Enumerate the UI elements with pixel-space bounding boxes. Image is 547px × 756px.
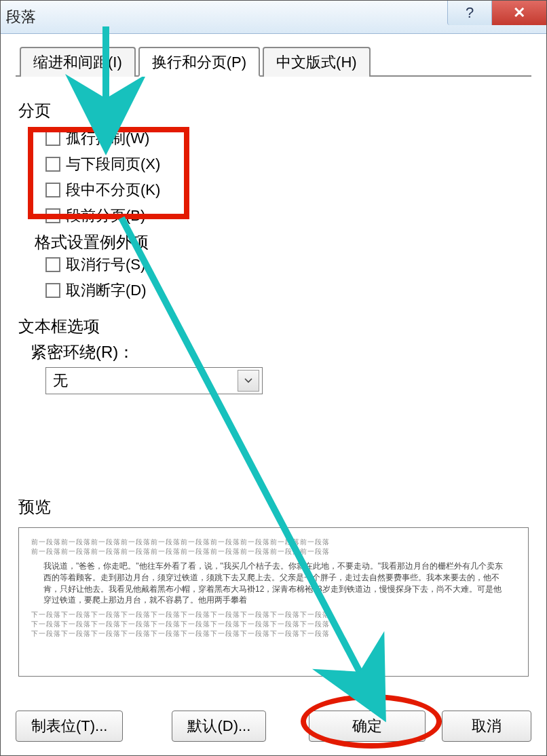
- button-label: 取消: [472, 716, 502, 736]
- group-textbox-title: 文本框选项: [18, 316, 529, 337]
- option-page-break-before[interactable]: 段前分页(B): [18, 203, 529, 229]
- checkbox-icon[interactable]: [45, 283, 60, 298]
- preview-faint-line: 下一段落下一段落下一段落下一段落下一段落下一段落下一段落下一段落下一段落下一段落: [31, 620, 516, 629]
- tab-line-page-breaks[interactable]: 换行和分页(P): [138, 47, 260, 77]
- group-preview-title: 预览: [18, 496, 529, 518]
- paragraph-dialog: 段落 ? ✕ 缩进和间距(I) 换行和分页(P) 中文版式(H) 分页: [0, 0, 547, 756]
- option-suppress-line-numbers[interactable]: 取消行号(S): [18, 252, 529, 278]
- preview-faint-line: 下一段落下一段落下一段落下一段落下一段落下一段落下一段落下一段落下一段落下一段落: [31, 610, 516, 620]
- dropdown-value: 无: [53, 371, 68, 391]
- close-icon: ✕: [513, 4, 525, 22]
- checkbox-icon[interactable]: [45, 183, 60, 197]
- help-button[interactable]: ?: [447, 1, 491, 25]
- tab-label: 中文版式(H): [276, 54, 357, 71]
- ok-button[interactable]: 确定: [309, 711, 426, 742]
- button-label: 制表位(T)...: [31, 716, 107, 736]
- checkbox-icon[interactable]: [45, 208, 60, 223]
- preview-faint-line: 前一段落前一段落前一段落前一段落前一段落前一段落前一段落前一段落前一段落前一段落: [31, 537, 516, 547]
- cancel-button[interactable]: 取消: [442, 711, 531, 742]
- preview-faint-line: 下一段落下一段落下一段落下一段落下一段落下一段落下一段落下一段落下一段落下一段落: [31, 629, 516, 639]
- option-keep-with-next[interactable]: 与下段同页(X): [18, 151, 529, 177]
- option-label: 孤行控制(W): [66, 128, 149, 149]
- window-title: 段落: [6, 7, 36, 27]
- button-label: 默认(D)...: [187, 716, 250, 736]
- option-label: 段中不分页(K): [66, 180, 160, 200]
- preview-body-text: 我说道，"爸爸，你走吧。"他往车外看了看，说，"我买几个桔子去。你就在此地，不要…: [31, 556, 516, 610]
- option-no-hyphenation[interactable]: 取消断字(D): [18, 278, 529, 303]
- group-exceptions-title: 格式设置例外项: [35, 231, 149, 253]
- tab-label: 缩进和间距(I): [33, 54, 122, 71]
- titlebar: 段落 ? ✕: [1, 1, 546, 34]
- checkbox-icon[interactable]: [45, 157, 60, 172]
- tabstops-button[interactable]: 制表位(T)...: [16, 711, 123, 742]
- chevron-down-icon[interactable]: [238, 370, 259, 392]
- preview-box: 前一段落前一段落前一段落前一段落前一段落前一段落前一段落前一段落前一段落前一段落…: [18, 527, 529, 677]
- tab-indent-spacing[interactable]: 缩进和间距(I): [20, 47, 136, 77]
- checkbox-icon[interactable]: [45, 131, 60, 146]
- option-widow-orphan[interactable]: 孤行控制(W): [18, 126, 529, 151]
- client-area: 缩进和间距(I) 换行和分页(P) 中文版式(H) 分页 孤行控制(W) 与下段…: [1, 33, 546, 755]
- option-label: 取消行号(S): [66, 254, 145, 275]
- button-label: 确定: [352, 716, 382, 736]
- option-keep-lines-together[interactable]: 段中不分页(K): [18, 177, 529, 203]
- option-label: 与下段同页(X): [66, 154, 160, 174]
- tab-label: 换行和分页(P): [152, 54, 246, 71]
- wrap-label: 紧密环绕(R)：: [31, 341, 529, 363]
- help-icon: ?: [466, 4, 474, 22]
- group-pagination-title: 分页: [18, 100, 529, 121]
- dialog-footer: 制表位(T)... 默认(D)... 确定 取消: [16, 711, 531, 742]
- preview-faint-line: 前一段落前一段落前一段落前一段落前一段落前一段落前一段落前一段落前一段落前一段落: [31, 547, 516, 556]
- checkbox-icon[interactable]: [45, 257, 60, 272]
- option-label: 段前分页(B): [66, 206, 145, 226]
- close-button[interactable]: ✕: [491, 1, 546, 25]
- set-default-button[interactable]: 默认(D)...: [172, 711, 266, 742]
- option-label: 取消断字(D): [66, 280, 147, 301]
- tab-chinese-layout[interactable]: 中文版式(H): [263, 47, 371, 77]
- tight-wrap-dropdown[interactable]: 无: [45, 367, 263, 394]
- tab-panel: 分页 孤行控制(W) 与下段同页(X) 段中不分页(K) 段前分页(B) 格式设…: [16, 77, 531, 677]
- tab-strip: 缩进和间距(I) 换行和分页(P) 中文版式(H): [16, 45, 531, 77]
